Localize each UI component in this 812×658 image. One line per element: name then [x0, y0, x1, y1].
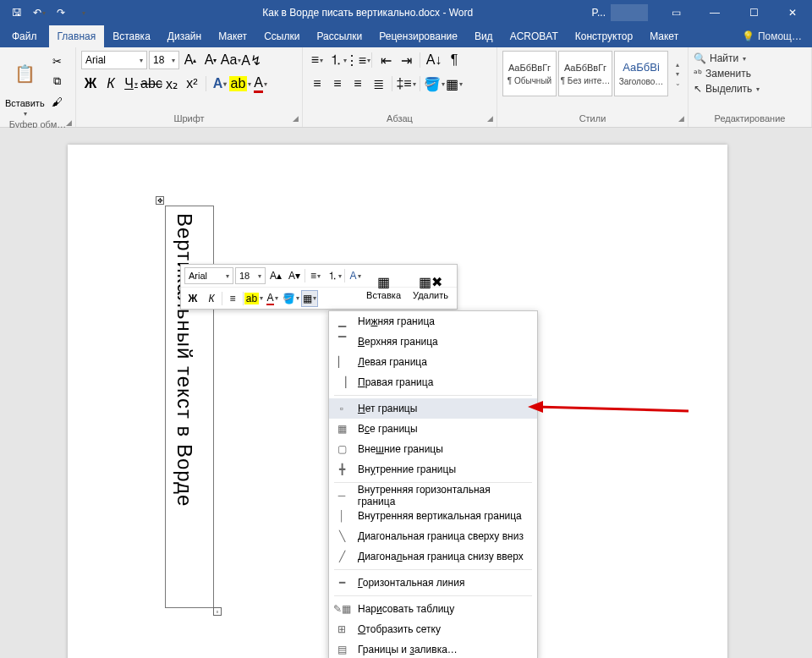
copy-button[interactable]: ⧉	[48, 73, 67, 90]
increase-font-button[interactable]: A▴	[181, 51, 200, 69]
menu-border-outside[interactable]: ▢Внешние границы	[329, 439, 537, 459]
show-marks-button[interactable]: ¶	[445, 51, 464, 69]
numbering-button[interactable]: ⒈▾	[328, 51, 347, 69]
mini-shrink-font[interactable]: A▾	[286, 267, 303, 284]
paste-button[interactable]: 📋	[7, 51, 42, 96]
font-size-combo[interactable]: 18▾	[149, 51, 179, 69]
multilevel-button[interactable]: ⋮≡▾	[348, 51, 367, 69]
increase-indent-button[interactable]: ⇥	[397, 51, 415, 69]
mini-italic[interactable]: К	[203, 290, 220, 307]
tab-acrobat[interactable]: ACROBAT	[502, 25, 567, 47]
tab-view[interactable]: Вид	[466, 25, 502, 47]
paste-dropdown[interactable]: ▾	[24, 110, 27, 118]
align-left-button[interactable]: ≡	[308, 74, 326, 93]
font-name-combo[interactable]: Arial▾	[81, 51, 147, 69]
styles-more[interactable]: ▴▾⌄	[672, 51, 683, 96]
mini-font-color[interactable]: A▾	[264, 290, 281, 307]
close-button[interactable]: ✕	[773, 0, 812, 25]
select-button[interactable]: ↖Выделить▾	[694, 83, 760, 95]
styles-launcher[interactable]: ◢	[678, 112, 684, 125]
vertical-text[interactable]: Вертикальный текст в Ворде	[173, 213, 196, 507]
justify-button[interactable]: ≣	[369, 74, 387, 93]
mini-size-combo[interactable]: 18▾	[235, 267, 266, 284]
bold-button[interactable]: Ж	[81, 74, 100, 93]
underline-button[interactable]: Ч▾	[122, 74, 140, 93]
menu-draw-table[interactable]: ✎▦Нарисовать таблицу	[329, 599, 537, 619]
bullets-button[interactable]: ≡▾	[308, 51, 326, 69]
menu-border-diag-up[interactable]: ╱Диагональная граница снизу вверх	[329, 546, 537, 567]
text-effects-button[interactable]: A▾	[211, 74, 229, 93]
menu-border-left[interactable]: ▏Левая граница	[329, 352, 537, 372]
style-heading1[interactable]: АаБбВі Заголово…	[614, 51, 668, 96]
menu-border-top[interactable]: ▔Верхняя граница	[329, 332, 537, 352]
menu-show-gridlines[interactable]: ⊞Отобразить сетку	[329, 619, 537, 639]
tab-review[interactable]: Рецензирование	[370, 25, 466, 47]
user-area[interactable]: P...	[592, 4, 648, 21]
highlight-button[interactable]: ab▾	[231, 74, 250, 93]
tab-table-layout[interactable]: Макет	[641, 25, 687, 47]
ribbon-options-button[interactable]: ▭	[656, 0, 695, 25]
mini-font-combo[interactable]: Arial▾	[184, 267, 233, 284]
minimize-button[interactable]: —	[695, 0, 734, 25]
redo-button[interactable]: ↷	[51, 3, 71, 23]
mini-align[interactable]: ≡	[224, 290, 241, 307]
sort-button[interactable]: A↓	[425, 51, 443, 69]
subscript-button[interactable]: x₂	[162, 74, 181, 93]
mini-borders[interactable]: ▦▾	[301, 290, 318, 307]
borders-button[interactable]: ▦▾	[445, 74, 464, 93]
mini-shading[interactable]: 🪣▾	[283, 290, 299, 307]
strikethrough-button[interactable]: abc	[142, 74, 161, 93]
tab-table-design[interactable]: Конструктор	[567, 25, 641, 47]
menu-borders-shading[interactable]: ▤Границы и заливка…	[329, 639, 537, 658]
line-spacing-button[interactable]: ‡≡▾	[397, 74, 415, 93]
menu-border-all[interactable]: ▦Все границы	[329, 419, 537, 439]
menu-horizontal-line[interactable]: ━Горизонтальная линия	[329, 573, 537, 593]
decrease-font-button[interactable]: A▾	[201, 51, 220, 69]
tab-insert[interactable]: Вставка	[104, 25, 159, 47]
cut-button[interactable]: ✂	[48, 52, 67, 69]
menu-border-bottom[interactable]: ▁Нижняя граница	[329, 311, 537, 332]
tab-references[interactable]: Ссылки	[255, 25, 308, 47]
tell-me[interactable]: 💡 Помощ…	[732, 25, 812, 47]
mini-bold[interactable]: Ж	[184, 290, 201, 307]
decrease-indent-button[interactable]: ⇤	[376, 51, 395, 69]
customize-qat[interactable]: ▾	[73, 3, 93, 23]
superscript-button[interactable]: x²	[183, 74, 201, 93]
mini-insert-section[interactable]: ▦ Вставка	[361, 266, 406, 307]
shading-button[interactable]: 🪣▾	[425, 74, 443, 93]
font-launcher[interactable]: ◢	[293, 112, 299, 125]
mini-grow-font[interactable]: A▴	[267, 267, 284, 284]
menu-border-inside-h[interactable]: ─Внутренняя горизонтальная граница	[329, 485, 537, 506]
find-button[interactable]: 🔍Найти▾	[694, 52, 760, 64]
paragraph-launcher[interactable]: ◢	[487, 112, 493, 125]
align-center-button[interactable]: ≡	[328, 74, 347, 93]
change-case-button[interactable]: Aa▾	[222, 51, 240, 69]
mini-bullets[interactable]: ≡▾	[307, 267, 324, 284]
maximize-button[interactable]: ☐	[734, 0, 773, 25]
tab-layout[interactable]: Макет	[210, 25, 255, 47]
menu-border-inside-v[interactable]: │Внутренняя вертикальная граница	[329, 506, 537, 526]
move-handle-icon[interactable]: ✥	[156, 196, 164, 205]
mini-numbering[interactable]: ⒈▾	[326, 267, 343, 284]
style-normal[interactable]: АаБбВвГг ¶ Обычный	[502, 51, 557, 96]
menu-border-right[interactable]: ▕Правая граница	[329, 372, 537, 392]
mini-highlight[interactable]: ab▾	[245, 290, 262, 307]
tab-home[interactable]: Главная	[49, 25, 105, 47]
replace-button[interactable]: ᵃᵇЗаменить	[694, 68, 760, 80]
tab-file[interactable]: Файл	[0, 25, 49, 47]
menu-border-diag-down[interactable]: ╲Диагональная граница сверху вниз	[329, 526, 537, 546]
tab-design[interactable]: Дизайн	[159, 25, 210, 47]
resize-handle-icon[interactable]: ▫	[213, 607, 222, 616]
style-nospacing[interactable]: АаБбВвГг ¶ Без инте…	[558, 51, 612, 96]
undo-button[interactable]: ↶▾	[29, 3, 49, 23]
mini-delete-section[interactable]: ▦✖ Удалить	[408, 266, 453, 307]
menu-border-inside[interactable]: ╋Внутренние границы	[329, 459, 537, 480]
font-color-button[interactable]: A▾	[251, 74, 270, 93]
save-button[interactable]: 🖫	[7, 3, 27, 23]
align-right-button[interactable]: ≡	[348, 74, 367, 93]
menu-border-none[interactable]: ▫Нет границы	[329, 398, 537, 419]
clear-formatting-button[interactable]: A↯	[242, 51, 261, 69]
tab-mailings[interactable]: Рассылки	[308, 25, 370, 47]
format-painter-button[interactable]: 🖌	[48, 93, 67, 110]
italic-button[interactable]: К	[102, 74, 120, 93]
